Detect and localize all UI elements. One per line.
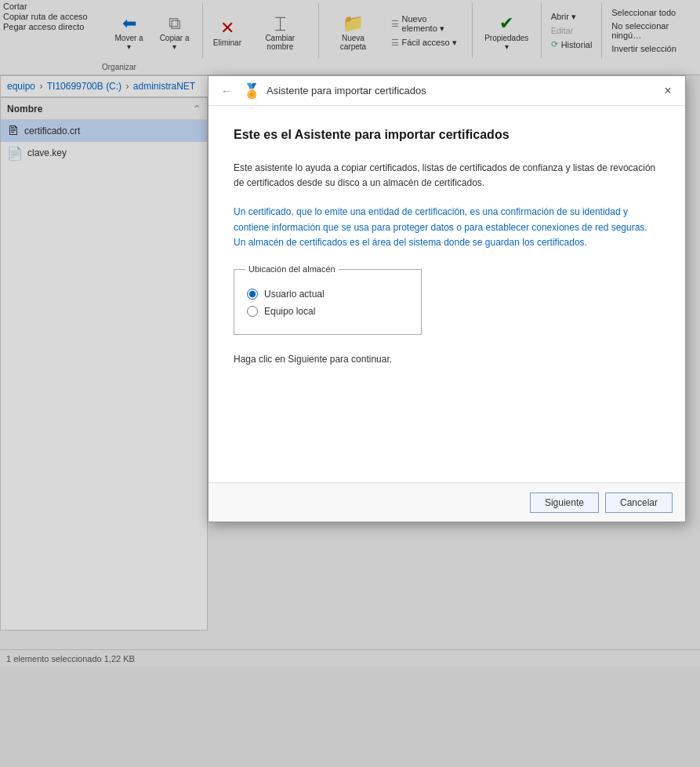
dialog-close-button[interactable]: × (658, 82, 677, 100)
dialog-desc1: Este asistente lo ayuda a copiar certifi… (234, 161, 660, 191)
dialog-body: Este es el Asistente para importar certi… (209, 106, 685, 482)
dialog-title-text: Asistente para importar certificados (267, 85, 426, 96)
radio-user-option[interactable]: Usuario actual (247, 289, 408, 300)
dialog-desc2: Un certificado, que lo emite una entidad… (234, 205, 660, 250)
dialog-back-button[interactable]: ← (216, 82, 237, 100)
certificate-import-dialog: ← 🏅 Asistente para importar certificados… (208, 75, 686, 522)
dialog-footer: Siguiente Cancelar (209, 482, 685, 522)
radio-user-input[interactable] (247, 289, 258, 300)
radio-local-option[interactable]: Equipo local (247, 306, 408, 317)
dialog-heading: Este es el Asistente para importar certi… (234, 128, 660, 142)
location-group-title: Ubicación del almacén (245, 264, 339, 274)
radio-local-label: Equipo local (264, 306, 315, 317)
dialog-titlebar: ← 🏅 Asistente para importar certificados… (209, 76, 685, 106)
next-button[interactable]: Siguiente (530, 493, 599, 513)
dialog-title-left: ← 🏅 Asistente para importar certificados (216, 82, 426, 100)
dialog-hint: Haga clic en Siguiente para continuar. (234, 354, 660, 365)
dialog-cert-icon: 🏅 (243, 82, 260, 100)
cancel-button[interactable]: Cancelar (605, 493, 673, 513)
radio-user-label: Usuario actual (264, 289, 325, 300)
location-group: Ubicación del almacén Usuario actual Equ… (234, 269, 422, 335)
radio-local-input[interactable] (247, 306, 258, 317)
